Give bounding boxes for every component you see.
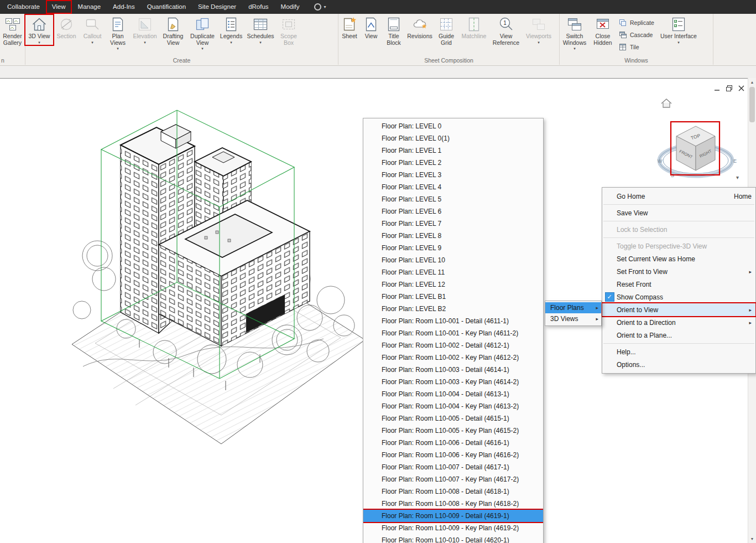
floorplan-menu-item[interactable]: Floor Plan: LEVEL 3 [363, 169, 543, 181]
restore-icon[interactable] [726, 84, 733, 91]
button-elevation[interactable]: Elevation ▾ [131, 15, 159, 45]
menu-item-reset-front[interactable]: Reset Front [602, 278, 755, 291]
button-guide-grid[interactable]: Guide Grid [434, 15, 459, 46]
menu-item-go-home[interactable]: Go Home Home [602, 190, 755, 203]
floorplan-menu-item[interactable]: Floor Plan: Room L10-006 - Detail (4616-… [363, 437, 543, 449]
button-user-interface[interactable]: User Interface ▾ [660, 15, 697, 45]
tab-quantification[interactable]: Quantification [141, 0, 192, 14]
button-viewports[interactable]: Viewports ▾ [523, 15, 554, 45]
button-view[interactable]: View [361, 15, 382, 40]
button-schedules[interactable]: Schedules ▾ [244, 15, 277, 45]
button-switch-windows[interactable]: Switch Windows ▾ [560, 15, 590, 51]
button-revisions[interactable]: Revisions [406, 15, 434, 40]
tab-manage[interactable]: Manage [72, 0, 107, 14]
floorplan-menu-item[interactable]: Floor Plan: Room L10-001 - Detail (4611-… [363, 315, 543, 327]
button-title-block[interactable]: Title Block [382, 15, 406, 46]
minimize-icon[interactable] [713, 84, 721, 91]
menu-item-set-front-to-view[interactable]: Set Front to View ▸ [602, 265, 755, 278]
compass-west-label[interactable]: W [658, 158, 663, 164]
button-duplicate-view[interactable]: Duplicate View ▾ [187, 15, 218, 51]
tab-modify[interactable]: Modify [275, 0, 306, 14]
floorplan-menu-item[interactable]: Floor Plan: Room L10-008 - Detail (4618-… [363, 485, 543, 498]
tab-collaborate[interactable]: Collaborate [1, 0, 46, 14]
ribbon-display-cycle-button[interactable]: ▾ [314, 3, 326, 11]
floorplan-menu-item[interactable]: Floor Plan: Room L10-007 - Detail (4617-… [363, 461, 543, 473]
button-label: Legends [220, 33, 242, 40]
floorplan-menu-item[interactable]: Floor Plan: LEVEL 8 [363, 230, 543, 242]
menu-item-orient-to-view[interactable]: Orient to View ▸ [602, 303, 755, 316]
button-label: Callout [84, 33, 102, 40]
floorplan-menu-item-selected[interactable]: Floor Plan: Room L10-009 - Detail (4619-… [363, 510, 543, 522]
floorplan-menu-item[interactable]: Floor Plan: LEVEL 12 [363, 278, 543, 291]
button-replicate[interactable]: Replicate [616, 17, 660, 28]
submenu-item-floor-plans[interactable]: Floor Plans ▸ [545, 302, 601, 313]
button-legends[interactable]: Legends ▾ [218, 15, 244, 45]
group-label-sheet-composition: Sheet Composition [338, 57, 559, 64]
floorplan-menu-item[interactable]: Floor Plan: LEVEL 9 [363, 242, 543, 254]
floorplan-menu-item[interactable]: Floor Plan: Room L10-005 - Detail (4615-… [363, 412, 543, 425]
floorplan-menu-item[interactable]: Floor Plan: Room L10-001 - Key Plan (461… [363, 327, 543, 339]
tab-add-ins[interactable]: Add-Ins [107, 0, 141, 14]
button-close-hidden[interactable]: Close Hidden [590, 15, 616, 46]
floorplan-menu-item[interactable]: Floor Plan: LEVEL 10 [363, 254, 543, 266]
button-drafting-view[interactable]: Drafting View [159, 15, 187, 46]
floorplan-menu-item[interactable]: Floor Plan: LEVEL 2 [363, 157, 543, 169]
floorplan-menu-item[interactable]: Floor Plan: Room L10-007 - Key Plan (461… [363, 473, 543, 485]
floorplan-menu-item[interactable]: Floor Plan: Room L10-002 - Detail (4612-… [363, 339, 543, 351]
floorplan-menu-item[interactable]: Floor Plan: Room L10-005 - Key Plan (461… [363, 425, 543, 437]
floorplan-menu-item[interactable]: Floor Plan: Room L10-010 - Detail (4620-… [363, 534, 543, 543]
floorplan-menu-item[interactable]: Floor Plan: LEVEL 4 [363, 181, 543, 193]
button-sheet[interactable]: Sheet [338, 15, 361, 40]
tab-site-designer[interactable]: Site Designer [192, 0, 242, 14]
button-view-reference[interactable]: 1 View Reference [489, 15, 523, 46]
button-label: Sheet [342, 33, 357, 40]
floorplan-menu-item[interactable]: Floor Plan: Room L10-008 - Key Plan (461… [363, 498, 543, 510]
floorplan-menu-item[interactable]: Floor Plan: LEVEL 0(1) [363, 132, 543, 144]
menu-item-save-view[interactable]: Save View [602, 206, 755, 219]
floorplan-menu-item[interactable]: Floor Plan: Room L10-009 - Key Plan (461… [363, 522, 543, 534]
menu-item-set-current-view-as-home[interactable]: Set Current View as Home [602, 252, 755, 265]
floorplan-menu-item[interactable]: Floor Plan: Room L10-003 - Detail (4614-… [363, 364, 543, 376]
scroll-up-arrow-icon[interactable]: ▲ [748, 78, 756, 86]
button-scope-box[interactable]: Scope Box [277, 15, 301, 46]
menu-item-help[interactable]: Help... [602, 345, 755, 358]
floorplan-menu-item[interactable]: Floor Plan: LEVEL 6 [363, 205, 543, 218]
menu-item-toggle-perspective[interactable]: Toggle to Perspective-3D View [602, 240, 755, 252]
floorplan-menu-item[interactable]: Floor Plan: LEVEL 11 [363, 266, 543, 278]
viewcube[interactable]: W S E TOP FRONT RIGHT ▾ [654, 93, 751, 198]
scroll-down-arrow-icon[interactable]: ▼ [748, 535, 756, 543]
button-3d-view[interactable]: 3D View ▾ [25, 15, 53, 45]
close-icon[interactable] [738, 84, 745, 91]
menu-item-options[interactable]: Options... [602, 358, 755, 371]
floorplan-menu-item[interactable]: Floor Plan: Room L10-002 - Key Plan (461… [363, 351, 543, 364]
button-matchline[interactable]: Matchline [459, 15, 489, 40]
floorplan-menu-item[interactable]: Floor Plan: LEVEL 0 [363, 120, 543, 132]
floorplan-menu-item[interactable]: Floor Plan: Room L10-004 - Detail (4613-… [363, 388, 543, 400]
floorplan-menu-item[interactable]: Floor Plan: LEVEL 1 [363, 144, 543, 157]
menu-item-orient-to-a-plane[interactable]: Orient to a Plane... [602, 329, 755, 342]
menu-separator [603, 237, 754, 238]
menu-item-orient-to-a-direction[interactable]: Orient to a Direction ▸ [602, 316, 755, 329]
button-tile[interactable]: Tile [616, 42, 660, 52]
compass-east-label[interactable]: E [733, 158, 737, 164]
floorplan-menu-item[interactable]: Floor Plan: Room L10-006 - Key Plan (461… [363, 449, 543, 461]
floorplan-menu-item[interactable]: Floor Plan: LEVEL 5 [363, 193, 543, 205]
submenu-item-3d-views[interactable]: 3D Views ▸ [545, 313, 601, 324]
floorplan-menu-item[interactable]: Floor Plan: LEVEL 7 [363, 218, 543, 230]
button-cascade[interactable]: Cascade [616, 29, 660, 40]
menu-item-lock-to-selection[interactable]: Lock to Selection [602, 223, 755, 236]
floorplan-menu-item[interactable]: Floor Plan: LEVEL B2 [363, 303, 543, 315]
viewcube-menu-arrow-icon[interactable]: ▾ [736, 174, 739, 180]
button-label: Matchline [462, 33, 487, 40]
tab-drofus[interactable]: dRofus [242, 0, 274, 14]
button-render-gallery[interactable]: Render Gallery [0, 15, 25, 46]
tab-view[interactable]: View [46, 0, 72, 14]
floorplan-menu-item[interactable]: Floor Plan: LEVEL B1 [363, 291, 543, 303]
menu-item-show-compass[interactable]: ✓ Show Compass [602, 291, 755, 303]
floorplan-menu-item[interactable]: Floor Plan: Room L10-003 - Key Plan (461… [363, 376, 543, 388]
floorplan-menu-item[interactable]: Floor Plan: Room L10-004 - Key Plan (461… [363, 400, 543, 412]
button-section[interactable]: Section [53, 15, 80, 40]
button-plan-views[interactable]: Plan Views ▾ [105, 15, 131, 51]
viewcube-home-icon[interactable] [661, 99, 671, 107]
button-callout[interactable]: Callout ▾ [80, 15, 105, 45]
